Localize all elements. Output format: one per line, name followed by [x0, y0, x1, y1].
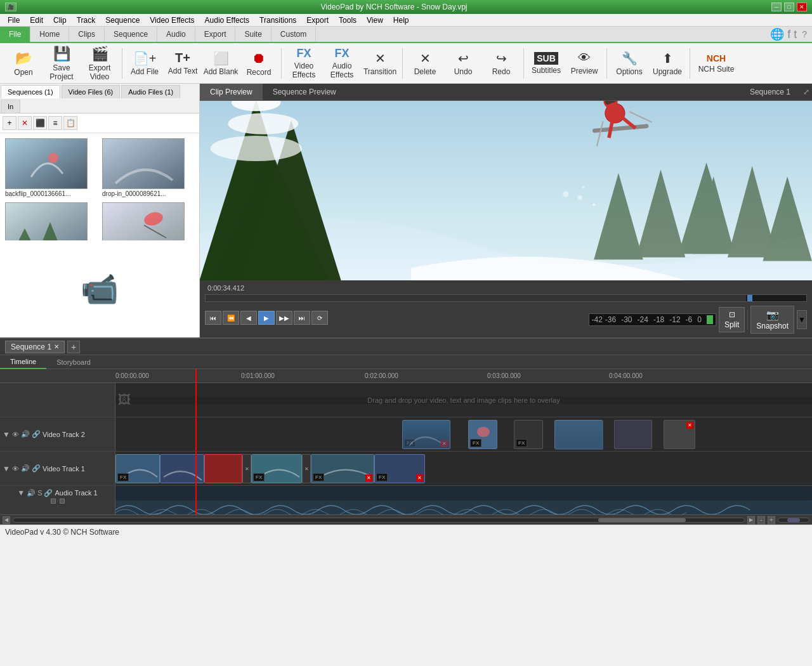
play-button[interactable]: ▶: [258, 311, 275, 325]
list-item[interactable]: ✓ out-of-the-trees_000...: [5, 202, 97, 240]
at1-solo-icon[interactable]: S: [37, 489, 42, 497]
scroll-right[interactable]: ▶: [747, 516, 755, 524]
delete-button[interactable]: ✕ Delete: [407, 46, 443, 81]
menu-view[interactable]: View: [362, 15, 388, 26]
list-item[interactable]: ✓ ski-jump_81349031.mov: [102, 202, 194, 240]
undo-button[interactable]: ↩ Undo: [445, 46, 481, 81]
help-icon[interactable]: ?: [802, 29, 807, 39]
window-controls[interactable]: ─ □ ✕: [771, 3, 807, 11]
at1-mute-icon[interactable]: 🔊: [27, 489, 36, 497]
add-blank-button[interactable]: ⬜ Add Blank: [202, 46, 239, 81]
at1-lock-icon[interactable]: 🔗: [44, 489, 53, 497]
pan-slider[interactable]: [57, 505, 58, 509]
track-expand-icon[interactable]: ▼: [3, 430, 10, 439]
add-sequence-button[interactable]: +: [67, 341, 80, 353]
at1-expand-icon[interactable]: ▼: [17, 488, 25, 497]
menu-help[interactable]: Help: [388, 15, 414, 26]
menu-edit[interactable]: Edit: [25, 15, 48, 26]
seq-tab-close[interactable]: ✕: [54, 343, 59, 350]
vt2-clip-6[interactable]: ✕: [664, 420, 695, 449]
close-button[interactable]: ✕: [797, 3, 807, 11]
zoom-out-button[interactable]: -: [757, 516, 765, 524]
at1-vol-down[interactable]: [51, 499, 56, 504]
vt2-clip-1[interactable]: FX ✕: [402, 420, 450, 449]
track-eye-icon[interactable]: 👁: [12, 431, 19, 438]
redo-button[interactable]: ↪ Redo: [483, 46, 520, 81]
video-effects-button[interactable]: FX Video Effects: [285, 46, 322, 81]
preview-button[interactable]: 👁 Preview: [566, 46, 603, 81]
scrollbar-thumb[interactable]: [598, 518, 686, 522]
scrollbar-track[interactable]: [13, 518, 745, 523]
tab-audio[interactable]: Audio: [157, 27, 195, 42]
nch-suite-button[interactable]: NCH NCH Suite: [694, 46, 738, 81]
menu-track[interactable]: Track: [72, 15, 101, 26]
tab-clip-preview[interactable]: Clip Preview: [200, 84, 263, 100]
tab-clips[interactable]: Clips: [69, 27, 105, 42]
subtitles-button[interactable]: SUB Subtitles: [528, 46, 565, 81]
left-tab-video-files[interactable]: Video Files (6): [62, 85, 121, 98]
options-button[interactable]: 🔧 Options: [611, 46, 648, 81]
vt2-clip-4[interactable]: [554, 420, 603, 449]
add-text-button[interactable]: T+ Add Text: [164, 46, 201, 81]
prev-frame-button[interactable]: ⏪: [223, 311, 239, 325]
scroll-left[interactable]: ◀: [3, 516, 10, 524]
volume-slider[interactable]: [57, 499, 58, 503]
tab-home[interactable]: Home: [30, 27, 69, 42]
vt1-link-icon[interactable]: 🔗: [32, 464, 41, 473]
vt1-clip-3[interactable]: [204, 454, 242, 483]
record-button[interactable]: ⏺ Record: [240, 46, 277, 81]
vt1-transition[interactable]: ✕: [242, 454, 251, 483]
skip-end-button[interactable]: ⏭: [294, 311, 310, 325]
zoom-track[interactable]: [778, 518, 809, 523]
left-tab-audio-files[interactable]: Audio Files (1): [121, 85, 180, 98]
vt2-clip-2[interactable]: FX: [468, 420, 497, 449]
menu-sequence[interactable]: Sequence: [100, 15, 145, 26]
tab-sequence[interactable]: Sequence: [105, 27, 157, 42]
tab-custom[interactable]: Custom: [272, 27, 316, 42]
vt1-clip-6[interactable]: FX ✕: [374, 454, 425, 483]
left-tool-thumb[interactable]: ⬛: [33, 116, 47, 130]
transition-button[interactable]: ✕ Transition: [362, 46, 398, 81]
left-tab-sequences[interactable]: Sequences (1): [1, 85, 60, 98]
minimize-button[interactable]: ─: [771, 3, 782, 11]
menu-export[interactable]: Export: [301, 15, 334, 26]
vt1-clip-1[interactable]: FX: [115, 454, 160, 483]
vt1-lock-icon[interactable]: 🔊: [21, 464, 30, 473]
audio-waveform[interactable]: FX 🔊 FX 🔊: [115, 488, 812, 514]
menu-video-effects[interactable]: Video Effects: [145, 15, 199, 26]
track-link-icon[interactable]: 🔗: [32, 430, 41, 438]
vt1-transition-2[interactable]: ✕: [302, 454, 311, 483]
list-item[interactable]: ✓ backflip_0000136661...: [5, 138, 97, 197]
menu-transitions[interactable]: Transitions: [254, 15, 301, 26]
tab-export[interactable]: Export: [195, 27, 236, 42]
track-lock-icon[interactable]: 🔊: [21, 430, 30, 438]
rewind-button[interactable]: ◀: [240, 311, 257, 325]
upgrade-button[interactable]: ⬆ Upgrade: [649, 46, 686, 81]
vt2-clip-3[interactable]: FX: [514, 420, 543, 449]
tab-timeline[interactable]: Timeline: [0, 355, 46, 369]
split-button[interactable]: ⊡ Split: [719, 307, 745, 332]
left-tool-detail[interactable]: 📋: [63, 116, 77, 130]
add-file-button[interactable]: 📄+ Add File: [126, 46, 163, 81]
audio-effects-button[interactable]: FX Audio Effects: [324, 46, 360, 81]
left-tool-list[interactable]: ≡: [48, 116, 62, 130]
left-tool-add[interactable]: +: [3, 116, 16, 130]
list-item[interactable]: drop-in_0000089621...: [102, 138, 194, 197]
tab-suite[interactable]: Suite: [235, 27, 271, 42]
vt2-clip-5[interactable]: [614, 420, 652, 449]
loop-button[interactable]: ⟳: [311, 311, 328, 325]
maximize-button[interactable]: □: [784, 3, 794, 11]
vt1-eye-icon[interactable]: 👁: [12, 465, 19, 473]
save-project-button[interactable]: 💾 Save Project: [43, 46, 80, 81]
expand-icon[interactable]: ⤢: [801, 85, 812, 99]
export-video-button[interactable]: 🎬 Export Video: [81, 46, 118, 81]
tab-storyboard[interactable]: Storyboard: [46, 356, 101, 369]
tab-sequence-preview[interactable]: Sequence Preview: [263, 84, 346, 100]
left-tab-in[interactable]: In: [1, 100, 20, 113]
tab-file[interactable]: File: [0, 27, 30, 42]
vt1-clip-4[interactable]: FX: [251, 454, 302, 483]
scrubber[interactable]: [205, 294, 807, 302]
menu-audio-effects[interactable]: Audio Effects: [200, 15, 255, 26]
social-icons[interactable]: 🌐 f t: [770, 27, 797, 41]
menu-file[interactable]: File: [3, 15, 25, 26]
